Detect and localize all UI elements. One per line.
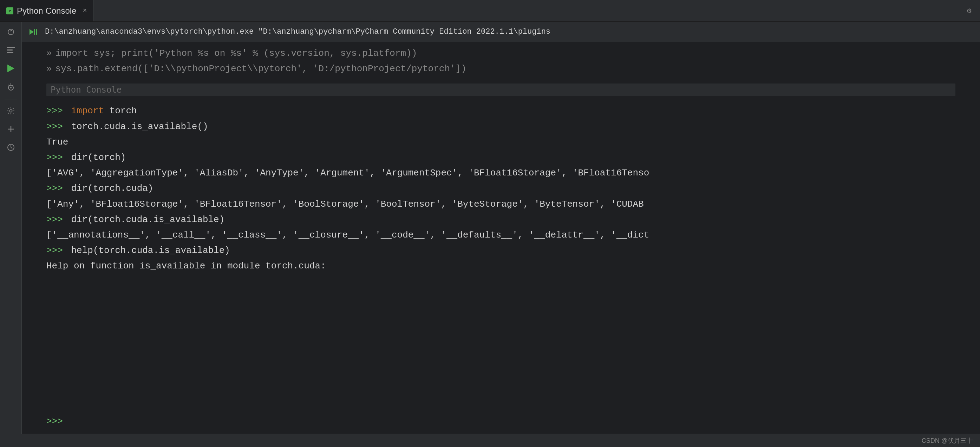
init-arrow-icon: » [46,46,52,61]
init-line-2: » sys.path.extend(['D:\\pythonProject\\p… [46,61,955,76]
history-button[interactable] [3,141,19,156]
settings-button[interactable]: ⚙ [958,0,980,21]
rerun-icon [7,28,15,38]
output-true-text: True [46,137,68,147]
svg-line-11 [12,85,13,86]
dir-is-available-output: ['__annotations__', '__call__', '__class… [46,230,649,240]
init-line-1: » import sys; print('Python %s on %s' % … [46,46,955,61]
import-rest: torch [110,106,137,116]
svg-marker-6 [7,65,14,72]
console-area: D:\anzhuang\anaconda3\envs\pytorch\pytho… [22,22,980,434]
console-line-1: >>> import torch [46,103,955,119]
svg-line-17 [11,147,12,148]
svg-rect-19 [34,29,35,35]
console-line-6: >>> help(torch.cuda.is_available) [46,243,955,258]
dir-torch-cuda: dir(torch.cuda) [71,183,153,194]
reformat-icon [7,47,15,56]
python-console-tab[interactable]: P Python Console × [0,0,94,21]
svg-rect-20 [36,29,37,35]
command-line-text: D:\anzhuang\anaconda3\envs\pytorch\pytho… [29,28,550,36]
final-prompt-arrows: >>> [46,416,63,426]
prompt-arrows-3: >>> [46,152,63,163]
console-output-dir-cuda: ['Any', 'BFloat16Storage', 'BFloat16Tens… [46,197,955,212]
left-toolbar [0,22,22,434]
prompt-arrows-4: >>> [46,183,63,194]
rerun-button[interactable] [3,25,19,41]
import-keyword: import [71,106,104,116]
console-output-help: Help on function is_available in module … [46,258,955,274]
dir-torch: dir(torch) [71,152,126,163]
console-line-3: >>> dir(torch) [46,150,955,165]
prompt-arrows-5: >>> [46,214,63,225]
svg-line-10 [8,85,10,86]
tab-close-button[interactable]: × [83,7,87,15]
tab-label: Python Console [17,6,76,16]
init-line-2-text: sys.path.extend(['D:\\pythonProject\\pyt… [56,61,466,76]
tab-bar: P Python Console × ⚙ [0,0,980,22]
svg-text:P: P [9,10,11,13]
svg-rect-4 [7,49,13,51]
console-line-4: >>> dir(torch.cuda) [46,181,955,196]
clock-icon [7,144,15,154]
gear-icon [7,107,15,117]
svg-rect-5 [7,52,13,53]
console-output: Python Console >>> import torch >>> torc… [22,76,980,413]
debug-icon [7,83,15,93]
add-icon [7,125,15,135]
tab-bar-spacer [94,0,958,21]
run-icon [7,65,14,75]
main-content: D:\anzhuang\anaconda3\envs\pytorch\pytho… [0,22,980,434]
console-output-dir-is-available: ['__annotations__', '__call__', '__class… [46,227,955,243]
status-bar: CSDN @伏月三十 [0,434,980,447]
console-line-5: >>> dir(torch.cuda.is_available) [46,212,955,227]
add-button[interactable] [3,122,19,138]
console-output-dir-torch: ['AVG', 'AggregationType', 'AliasDb', 'A… [46,165,955,181]
cmd-text: D:\anzhuang\anaconda3\envs\pytorch\pytho… [45,27,550,36]
bottom-prompt-area[interactable]: >>> [22,413,980,434]
settings-tool-button[interactable] [3,104,19,120]
prompt-arrows-1: >>> [46,106,63,116]
dir-is-available: dir(torch.cuda.is_available) [71,214,224,225]
debug-button[interactable] [3,80,19,95]
console-output-true: True [46,135,955,150]
init-block: » import sys; print('Python %s on %s' % … [22,42,980,76]
console-label: Python Console [46,84,955,96]
toolbar-divider-1 [5,100,17,100]
help-output-text: Help on function is_available in module … [46,261,326,271]
reformat-button[interactable] [3,43,19,59]
prompt-arrows-2: >>> [46,121,63,132]
svg-rect-3 [7,47,15,48]
init-line-1-text: import sys; print('Python %s on %s' % (s… [56,46,417,61]
tab-icon: P [6,7,13,14]
command-line: D:\anzhuang\anaconda3\envs\pytorch\pytho… [22,22,980,42]
svg-point-12 [10,109,12,112]
settings-icon: ⚙ [967,6,971,16]
cuda-available-call: torch.cuda.is_available() [71,121,208,132]
svg-point-8 [10,87,11,89]
init-arrow-2-icon: » [46,61,52,76]
help-is-available: help(torch.cuda.is_available) [71,245,230,256]
dir-cuda-output: ['Any', 'BFloat16Storage', 'BFloat16Tens… [46,199,644,209]
run-button[interactable] [3,62,19,77]
dir-torch-output: ['AVG', 'AggregationType', 'AliasDb', 'A… [46,168,649,178]
svg-marker-18 [30,29,34,35]
console-line-2: >>> torch.cuda.is_available() [46,119,955,135]
status-text: CSDN @伏月三十 [922,436,973,445]
prompt-arrows-6: >>> [46,245,63,256]
